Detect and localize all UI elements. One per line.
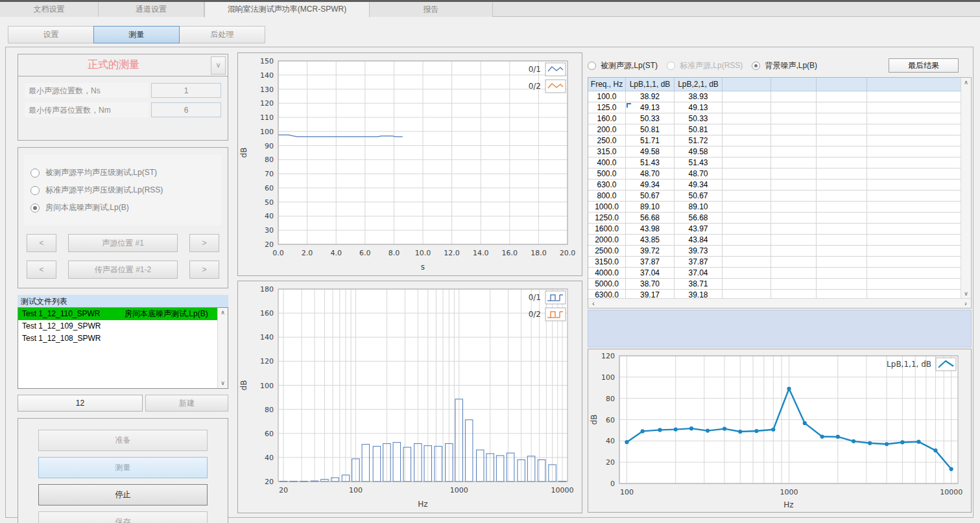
- table-cell[interactable]: 50.81: [626, 124, 675, 135]
- table-cell[interactable]: 49.34: [626, 180, 675, 190]
- table-cell[interactable]: [817, 146, 867, 157]
- table-row[interactable]: 3150.037.8737.87: [588, 257, 971, 268]
- table-cell[interactable]: 43.98: [626, 224, 675, 234]
- table-cell[interactable]: 48.70: [626, 169, 675, 179]
- scroll-left-icon[interactable]: ‹: [588, 300, 599, 307]
- final-result-button[interactable]: 最后结果: [889, 58, 959, 73]
- table-cell[interactable]: [817, 191, 867, 201]
- table-cell[interactable]: [817, 224, 867, 234]
- table-cell[interactable]: [771, 191, 817, 201]
- table-row[interactable]: 500.048.7048.70: [588, 169, 971, 180]
- radio-lp-st[interactable]: 被测声源平均声压级测试,Lp(ST): [30, 164, 215, 181]
- table-cell[interactable]: 3150.0: [588, 257, 626, 267]
- table-cell[interactable]: [817, 213, 867, 223]
- table-cell[interactable]: [723, 135, 771, 146]
- table-cell[interactable]: [723, 279, 771, 289]
- table-cell[interactable]: [867, 246, 962, 256]
- scroll-down-icon[interactable]: ∨: [961, 289, 971, 299]
- table-cell[interactable]: [723, 224, 771, 234]
- table-cell[interactable]: 250.0: [588, 135, 626, 146]
- table-row[interactable]: 5000.038.7038.71: [588, 279, 971, 290]
- table-row[interactable]: 200.050.8150.81: [588, 124, 971, 135]
- table-cell[interactable]: 49.58: [675, 146, 723, 157]
- table-cell[interactable]: 2000.0: [588, 235, 626, 245]
- table-row[interactable]: 2000.043.8543.84: [588, 235, 971, 246]
- tab-channel-settings[interactable]: 通道设置: [99, 2, 204, 17]
- radio-lp-b[interactable]: 房间本底噪声测试,Lp(B): [30, 199, 215, 216]
- table-cell[interactable]: [867, 135, 962, 146]
- table-cell[interactable]: [817, 124, 867, 135]
- table-cell[interactable]: [771, 102, 817, 113]
- table-cell[interactable]: [817, 157, 867, 168]
- list-scrollbar[interactable]: ∧∨: [217, 308, 228, 388]
- table-cell[interactable]: [771, 213, 817, 223]
- source-position-button[interactable]: 声源位置 #1: [68, 234, 178, 252]
- table-cell[interactable]: 43.85: [626, 235, 675, 245]
- table-cell[interactable]: [867, 224, 962, 234]
- table-cell[interactable]: [771, 146, 817, 157]
- table-cell[interactable]: 49.13: [675, 102, 723, 113]
- table-cell[interactable]: 100.0: [588, 91, 626, 102]
- table-cell[interactable]: [723, 191, 771, 201]
- list-item[interactable]: Test 1_12_109_SPWR: [18, 320, 217, 332]
- table-cell[interactable]: 38.70: [626, 279, 675, 289]
- prepare-button[interactable]: 准备: [38, 430, 208, 451]
- table-cell[interactable]: 50.67: [675, 191, 723, 201]
- scroll-up-icon[interactable]: ∧: [218, 308, 228, 318]
- table-cell[interactable]: [723, 202, 771, 212]
- test-file-list[interactable]: Test 1_12_110_SPWR房间本底噪声测试,Lp(B)Test 1_1…: [18, 307, 228, 389]
- table-cell[interactable]: 51.71: [626, 135, 675, 146]
- table-cell[interactable]: [771, 180, 817, 190]
- table-horizontal-scrollbar[interactable]: ‹ ›: [588, 298, 971, 308]
- table-cell[interactable]: 2500.0: [588, 246, 626, 256]
- table-cell[interactable]: [723, 157, 771, 168]
- table-cell[interactable]: [817, 91, 867, 102]
- table-cell[interactable]: 1600.0: [588, 224, 626, 234]
- table-cell[interactable]: [771, 202, 817, 212]
- table-cell[interactable]: [867, 169, 962, 179]
- nm-field[interactable]: [151, 102, 221, 117]
- table-cell[interactable]: 39.73: [675, 246, 723, 256]
- table-cell[interactable]: 500.0: [588, 169, 626, 179]
- table-cell[interactable]: 89.10: [626, 202, 675, 212]
- table-cell[interactable]: 1000.0: [588, 202, 626, 212]
- table-cell[interactable]: 49.58: [626, 146, 675, 157]
- table-cell[interactable]: 200.0: [588, 124, 626, 135]
- table-row[interactable]: 1000.089.1089.10: [588, 202, 971, 213]
- table-cell[interactable]: [817, 202, 867, 212]
- table-row[interactable]: 1250.056.6856.68: [588, 213, 971, 224]
- table-cell[interactable]: [723, 113, 771, 124]
- table-row[interactable]: 630.049.3449.34: [588, 180, 971, 191]
- table-cell[interactable]: [723, 91, 771, 102]
- table-cell[interactable]: [771, 157, 817, 168]
- mic-position-next-button[interactable]: >: [189, 261, 219, 279]
- table-cell[interactable]: 37.04: [626, 268, 675, 278]
- table-cell[interactable]: [723, 246, 771, 256]
- table-cell[interactable]: [723, 146, 771, 157]
- table-cell[interactable]: 51.43: [626, 157, 675, 168]
- table-cell[interactable]: [867, 257, 962, 267]
- source-position-next-button[interactable]: >: [189, 234, 219, 252]
- table-row[interactable]: 800.050.6750.67: [588, 191, 971, 202]
- table-cell[interactable]: [817, 257, 867, 267]
- table-cell[interactable]: [817, 246, 867, 256]
- save-button[interactable]: 保存: [38, 511, 208, 523]
- table-cell[interactable]: [771, 268, 817, 278]
- table-cell[interactable]: [867, 191, 962, 201]
- table-vertical-scrollbar[interactable]: ∧ ∨: [961, 78, 971, 299]
- table-cell[interactable]: [817, 180, 867, 190]
- scroll-up-icon[interactable]: ∧: [961, 78, 971, 87]
- table-cell[interactable]: [771, 279, 817, 289]
- table-cell[interactable]: [817, 113, 867, 124]
- table-cell[interactable]: [867, 91, 962, 102]
- table-cell[interactable]: [867, 146, 962, 157]
- table-cell[interactable]: 49.13: [626, 102, 675, 113]
- table-cell[interactable]: [867, 268, 962, 278]
- table-cell[interactable]: [723, 180, 771, 190]
- table-cell[interactable]: 1250.0: [588, 213, 626, 223]
- measurement-mode-dropdown[interactable]: 正式的测量 ∨: [18, 54, 228, 76]
- table-cell[interactable]: [867, 113, 962, 124]
- table-cell[interactable]: [817, 169, 867, 179]
- table-cell[interactable]: 50.81: [675, 124, 723, 135]
- table-cell[interactable]: [723, 257, 771, 267]
